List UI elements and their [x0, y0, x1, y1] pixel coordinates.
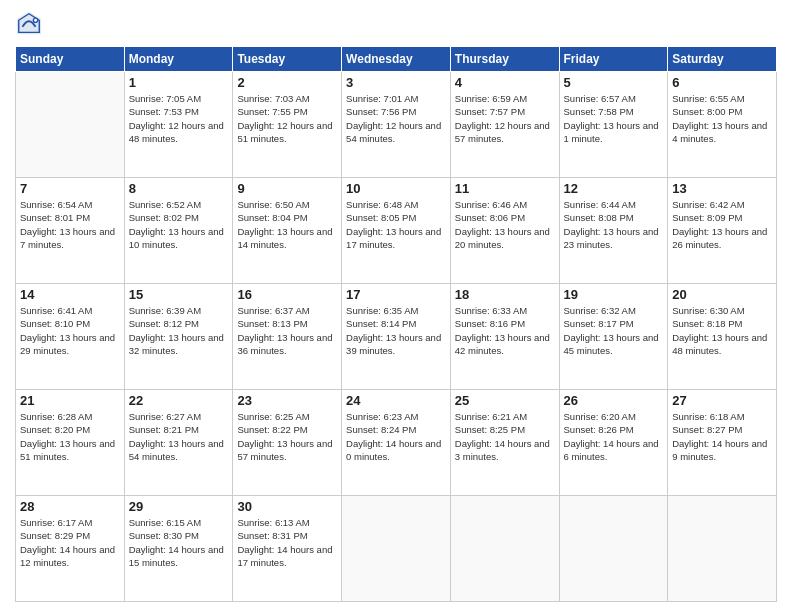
day-info: Sunrise: 6:48 AMSunset: 8:05 PMDaylight:…	[346, 198, 446, 251]
day-info: Sunrise: 6:54 AMSunset: 8:01 PMDaylight:…	[20, 198, 120, 251]
day-number: 15	[129, 287, 229, 302]
day-info: Sunrise: 7:05 AMSunset: 7:53 PMDaylight:…	[129, 92, 229, 145]
day-info: Sunrise: 6:18 AMSunset: 8:27 PMDaylight:…	[672, 410, 772, 463]
calendar-table: SundayMondayTuesdayWednesdayThursdayFrid…	[15, 46, 777, 602]
day-info: Sunrise: 6:35 AMSunset: 8:14 PMDaylight:…	[346, 304, 446, 357]
day-info: Sunrise: 6:50 AMSunset: 8:04 PMDaylight:…	[237, 198, 337, 251]
day-info: Sunrise: 6:15 AMSunset: 8:30 PMDaylight:…	[129, 516, 229, 569]
calendar-header-cell: Wednesday	[342, 47, 451, 72]
day-number: 29	[129, 499, 229, 514]
day-info: Sunrise: 6:25 AMSunset: 8:22 PMDaylight:…	[237, 410, 337, 463]
svg-point-3	[34, 19, 37, 22]
day-info: Sunrise: 6:59 AMSunset: 7:57 PMDaylight:…	[455, 92, 555, 145]
page: SundayMondayTuesdayWednesdayThursdayFrid…	[0, 0, 792, 612]
calendar-day-cell	[16, 72, 125, 178]
day-number: 25	[455, 393, 555, 408]
logo	[15, 10, 47, 38]
calendar-day-cell: 3 Sunrise: 7:01 AMSunset: 7:56 PMDayligh…	[342, 72, 451, 178]
day-info: Sunrise: 6:23 AMSunset: 8:24 PMDaylight:…	[346, 410, 446, 463]
day-number: 9	[237, 181, 337, 196]
calendar-header-cell: Tuesday	[233, 47, 342, 72]
calendar-day-cell: 30 Sunrise: 6:13 AMSunset: 8:31 PMDaylig…	[233, 496, 342, 602]
day-number: 8	[129, 181, 229, 196]
calendar-day-cell: 1 Sunrise: 7:05 AMSunset: 7:53 PMDayligh…	[124, 72, 233, 178]
calendar-header-cell: Sunday	[16, 47, 125, 72]
calendar-header-row: SundayMondayTuesdayWednesdayThursdayFrid…	[16, 47, 777, 72]
svg-marker-0	[17, 12, 41, 34]
calendar-day-cell: 18 Sunrise: 6:33 AMSunset: 8:16 PMDaylig…	[450, 284, 559, 390]
day-info: Sunrise: 6:13 AMSunset: 8:31 PMDaylight:…	[237, 516, 337, 569]
day-number: 26	[564, 393, 664, 408]
day-number: 11	[455, 181, 555, 196]
header	[15, 10, 777, 38]
day-number: 5	[564, 75, 664, 90]
day-info: Sunrise: 6:55 AMSunset: 8:00 PMDaylight:…	[672, 92, 772, 145]
calendar-day-cell: 20 Sunrise: 6:30 AMSunset: 8:18 PMDaylig…	[668, 284, 777, 390]
day-info: Sunrise: 6:28 AMSunset: 8:20 PMDaylight:…	[20, 410, 120, 463]
day-info: Sunrise: 6:17 AMSunset: 8:29 PMDaylight:…	[20, 516, 120, 569]
calendar-day-cell: 11 Sunrise: 6:46 AMSunset: 8:06 PMDaylig…	[450, 178, 559, 284]
day-number: 1	[129, 75, 229, 90]
calendar-day-cell: 15 Sunrise: 6:39 AMSunset: 8:12 PMDaylig…	[124, 284, 233, 390]
day-info: Sunrise: 6:33 AMSunset: 8:16 PMDaylight:…	[455, 304, 555, 357]
calendar-day-cell	[668, 496, 777, 602]
day-number: 24	[346, 393, 446, 408]
day-number: 12	[564, 181, 664, 196]
calendar-header-cell: Thursday	[450, 47, 559, 72]
calendar-day-cell: 24 Sunrise: 6:23 AMSunset: 8:24 PMDaylig…	[342, 390, 451, 496]
day-info: Sunrise: 7:01 AMSunset: 7:56 PMDaylight:…	[346, 92, 446, 145]
calendar-day-cell	[342, 496, 451, 602]
day-info: Sunrise: 6:52 AMSunset: 8:02 PMDaylight:…	[129, 198, 229, 251]
calendar-day-cell: 4 Sunrise: 6:59 AMSunset: 7:57 PMDayligh…	[450, 72, 559, 178]
calendar-day-cell: 14 Sunrise: 6:41 AMSunset: 8:10 PMDaylig…	[16, 284, 125, 390]
day-info: Sunrise: 6:27 AMSunset: 8:21 PMDaylight:…	[129, 410, 229, 463]
calendar-day-cell: 21 Sunrise: 6:28 AMSunset: 8:20 PMDaylig…	[16, 390, 125, 496]
day-number: 22	[129, 393, 229, 408]
day-info: Sunrise: 6:30 AMSunset: 8:18 PMDaylight:…	[672, 304, 772, 357]
calendar-day-cell: 16 Sunrise: 6:37 AMSunset: 8:13 PMDaylig…	[233, 284, 342, 390]
day-number: 4	[455, 75, 555, 90]
calendar-day-cell: 19 Sunrise: 6:32 AMSunset: 8:17 PMDaylig…	[559, 284, 668, 390]
day-number: 6	[672, 75, 772, 90]
day-number: 23	[237, 393, 337, 408]
day-number: 27	[672, 393, 772, 408]
calendar-day-cell	[450, 496, 559, 602]
day-number: 16	[237, 287, 337, 302]
calendar-week-row: 7 Sunrise: 6:54 AMSunset: 8:01 PMDayligh…	[16, 178, 777, 284]
day-info: Sunrise: 6:42 AMSunset: 8:09 PMDaylight:…	[672, 198, 772, 251]
calendar-day-cell: 25 Sunrise: 6:21 AMSunset: 8:25 PMDaylig…	[450, 390, 559, 496]
day-number: 20	[672, 287, 772, 302]
calendar-day-cell: 9 Sunrise: 6:50 AMSunset: 8:04 PMDayligh…	[233, 178, 342, 284]
calendar-day-cell: 29 Sunrise: 6:15 AMSunset: 8:30 PMDaylig…	[124, 496, 233, 602]
day-number: 18	[455, 287, 555, 302]
day-info: Sunrise: 6:39 AMSunset: 8:12 PMDaylight:…	[129, 304, 229, 357]
calendar-day-cell: 22 Sunrise: 6:27 AMSunset: 8:21 PMDaylig…	[124, 390, 233, 496]
day-number: 21	[20, 393, 120, 408]
day-info: Sunrise: 6:32 AMSunset: 8:17 PMDaylight:…	[564, 304, 664, 357]
logo-icon	[15, 10, 43, 38]
calendar-day-cell: 8 Sunrise: 6:52 AMSunset: 8:02 PMDayligh…	[124, 178, 233, 284]
day-info: Sunrise: 7:03 AMSunset: 7:55 PMDaylight:…	[237, 92, 337, 145]
day-info: Sunrise: 6:57 AMSunset: 7:58 PMDaylight:…	[564, 92, 664, 145]
calendar-week-row: 21 Sunrise: 6:28 AMSunset: 8:20 PMDaylig…	[16, 390, 777, 496]
calendar-day-cell: 12 Sunrise: 6:44 AMSunset: 8:08 PMDaylig…	[559, 178, 668, 284]
day-info: Sunrise: 6:37 AMSunset: 8:13 PMDaylight:…	[237, 304, 337, 357]
calendar-header-cell: Saturday	[668, 47, 777, 72]
day-number: 2	[237, 75, 337, 90]
day-number: 3	[346, 75, 446, 90]
day-number: 13	[672, 181, 772, 196]
day-info: Sunrise: 6:20 AMSunset: 8:26 PMDaylight:…	[564, 410, 664, 463]
calendar-day-cell: 27 Sunrise: 6:18 AMSunset: 8:27 PMDaylig…	[668, 390, 777, 496]
day-number: 30	[237, 499, 337, 514]
calendar-week-row: 14 Sunrise: 6:41 AMSunset: 8:10 PMDaylig…	[16, 284, 777, 390]
calendar-day-cell: 23 Sunrise: 6:25 AMSunset: 8:22 PMDaylig…	[233, 390, 342, 496]
calendar-day-cell: 2 Sunrise: 7:03 AMSunset: 7:55 PMDayligh…	[233, 72, 342, 178]
calendar-day-cell: 6 Sunrise: 6:55 AMSunset: 8:00 PMDayligh…	[668, 72, 777, 178]
day-info: Sunrise: 6:44 AMSunset: 8:08 PMDaylight:…	[564, 198, 664, 251]
calendar-day-cell: 26 Sunrise: 6:20 AMSunset: 8:26 PMDaylig…	[559, 390, 668, 496]
day-number: 7	[20, 181, 120, 196]
calendar-day-cell: 10 Sunrise: 6:48 AMSunset: 8:05 PMDaylig…	[342, 178, 451, 284]
day-number: 14	[20, 287, 120, 302]
calendar-day-cell: 5 Sunrise: 6:57 AMSunset: 7:58 PMDayligh…	[559, 72, 668, 178]
calendar-header-cell: Monday	[124, 47, 233, 72]
